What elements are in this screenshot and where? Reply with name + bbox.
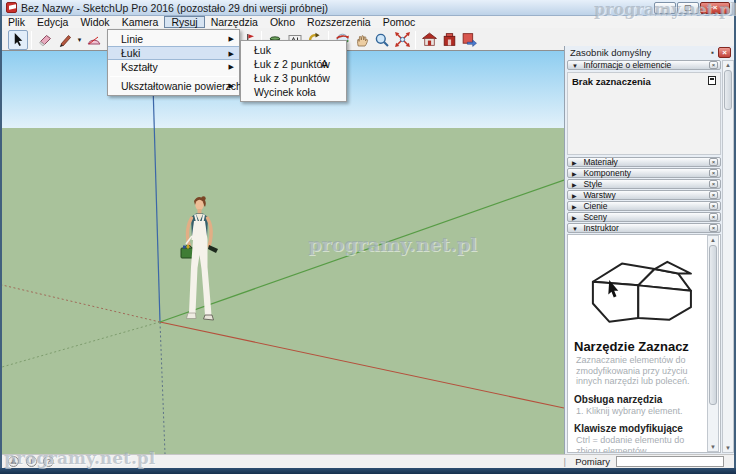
pan-tool-button[interactable] bbox=[352, 30, 372, 50]
status-bar: ♟ i ? | Pomiary bbox=[2, 454, 734, 468]
submenu-item-luk-2-punkty[interactable]: Łuk z 2 punktów A bbox=[241, 57, 346, 71]
section-close-icon[interactable]: × bbox=[709, 202, 718, 210]
scroll-down-icon[interactable]: ▼ bbox=[723, 444, 733, 452]
send-to-layout-icon bbox=[461, 31, 478, 48]
help-icon[interactable]: ? bbox=[43, 456, 54, 467]
menu-okno[interactable]: Okno bbox=[264, 16, 301, 28]
menu-item-uksztaltowanie[interactable]: Ukształtowanie powierzchni ▶ bbox=[108, 79, 239, 93]
menu-bar: Plik Edycja Widok Kamera Rysuj Narzędzia… bbox=[2, 16, 734, 28]
pencil-icon bbox=[57, 32, 73, 48]
section-label: Sceny bbox=[583, 212, 607, 222]
section-close-icon[interactable]: × bbox=[709, 213, 718, 221]
submenu-item-wycinek-kola[interactable]: Wycinek koła bbox=[241, 85, 346, 99]
select-tool-button[interactable] bbox=[8, 30, 28, 50]
section-sceny[interactable]: ▶ Sceny × bbox=[567, 212, 721, 222]
extension-warehouse-button[interactable] bbox=[439, 30, 459, 50]
zoom-extents-icon bbox=[394, 31, 411, 48]
window-border-left bbox=[0, 0, 2, 468]
section-instruktor[interactable]: ▼ Instruktor × bbox=[567, 223, 721, 233]
eraser-tool-button[interactable] bbox=[35, 30, 55, 50]
section-label: Warstwy bbox=[583, 190, 615, 200]
scroll-up-icon[interactable]: ▲ bbox=[723, 61, 733, 69]
submenu-arrow-icon: ▶ bbox=[229, 79, 234, 93]
menu-rysuj[interactable]: Rysuj bbox=[164, 16, 204, 28]
instructor-scrollbar[interactable]: ▲ ▼ bbox=[707, 235, 719, 452]
menu-item-label: Łuki bbox=[121, 47, 140, 59]
pin-icon[interactable]: ▪ bbox=[711, 48, 714, 57]
menu-item-label: Linie bbox=[121, 33, 143, 45]
collapsed-arrow-icon: ▶ bbox=[572, 203, 581, 212]
minimize-button[interactable]: – bbox=[654, 2, 676, 14]
arc-icon bbox=[86, 32, 102, 48]
warehouse-button[interactable] bbox=[419, 30, 439, 50]
section-close-icon[interactable]: × bbox=[709, 180, 718, 188]
arcs-submenu: Łuk Łuk z 2 punktów A Łuk z 3 punktów Wy… bbox=[240, 40, 347, 102]
collapsed-arrow-icon: ▶ bbox=[572, 159, 581, 168]
section-entity-info[interactable]: ▼ Informacje o elemencie × bbox=[567, 60, 721, 70]
section-komponenty[interactable]: ▶ Komponenty × bbox=[567, 168, 721, 178]
section-label: Informacje o elemencie bbox=[583, 60, 671, 70]
measurements-input[interactable] bbox=[616, 456, 724, 467]
line-tool-button[interactable] bbox=[55, 30, 75, 50]
menu-plik[interactable]: Plik bbox=[2, 16, 31, 28]
app-icon bbox=[6, 2, 17, 13]
scroll-up-icon[interactable]: ▲ bbox=[708, 236, 718, 244]
submenu-item-luk-3-punkty[interactable]: Łuk z 3 punktów bbox=[241, 71, 346, 85]
menu-item-ksztalty[interactable]: Kształty ▶ bbox=[108, 60, 239, 74]
section-style[interactable]: ▶ Style × bbox=[567, 179, 721, 189]
zoom-extents-button[interactable] bbox=[392, 30, 412, 50]
section-close-icon[interactable]: × bbox=[709, 169, 718, 177]
section-materialy[interactable]: ▶ Materiały × bbox=[567, 157, 721, 167]
menu-rozszerzenia[interactable]: Rozszerzenia bbox=[301, 16, 377, 28]
submenu-arrow-icon: ▶ bbox=[229, 32, 234, 46]
section-close-icon[interactable]: × bbox=[709, 224, 718, 232]
collapsed-arrow-icon: ▶ bbox=[572, 214, 581, 223]
magnifier-icon bbox=[374, 32, 390, 48]
window-border-bottom bbox=[0, 468, 736, 474]
section-close-icon[interactable]: × bbox=[709, 61, 718, 69]
menu-widok[interactable]: Widok bbox=[74, 16, 115, 28]
scroll-down-icon[interactable]: ▼ bbox=[708, 443, 718, 451]
close-button[interactable]: × bbox=[700, 2, 730, 14]
select-arrow-icon bbox=[11, 32, 26, 47]
menu-pomoc[interactable]: Pomoc bbox=[377, 16, 422, 28]
section-label: Komponenty bbox=[583, 168, 631, 178]
model-viewport[interactable]: programy.net.pl bbox=[2, 51, 564, 454]
geolocation-icon[interactable]: ♟ bbox=[8, 456, 19, 467]
menu-item-luki[interactable]: Łuki ▶ bbox=[108, 46, 239, 60]
status-separator: | bbox=[564, 456, 566, 467]
zoom-tool-button[interactable] bbox=[372, 30, 392, 50]
instructor-usage-step: 1. Kliknij wybrany element. bbox=[576, 406, 694, 417]
send-to-layout-button[interactable] bbox=[459, 30, 479, 50]
credits-icon[interactable]: i bbox=[26, 456, 37, 467]
maximize-button[interactable]: ▢ bbox=[677, 2, 699, 14]
person-figure[interactable] bbox=[178, 195, 220, 325]
tray-close-button[interactable]: × bbox=[718, 47, 731, 58]
menu-item-label: Kształty bbox=[121, 61, 158, 73]
collapsed-arrow-icon: ▶ bbox=[572, 181, 581, 190]
section-warstwy[interactable]: ▶ Warstwy × bbox=[567, 190, 721, 200]
section-close-icon[interactable]: × bbox=[709, 158, 718, 166]
tray-scrollbar[interactable]: ▲ ▼ bbox=[722, 60, 734, 453]
section-cienie[interactable]: ▶ Cienie × bbox=[567, 201, 721, 211]
instructor-panel: Narzędzie Zaznacz Zaznaczanie elementów … bbox=[567, 234, 721, 453]
menu-item-linie[interactable]: Linie ▶ bbox=[108, 32, 239, 46]
selection-status: Brak zaznaczenia bbox=[568, 73, 720, 87]
toolbar-separator bbox=[415, 31, 416, 49]
collapsed-arrow-icon: ▶ bbox=[572, 170, 581, 179]
menu-kamera[interactable]: Kamera bbox=[116, 16, 165, 28]
menu-edycja[interactable]: Edycja bbox=[31, 16, 75, 28]
drawing-axes bbox=[2, 51, 564, 454]
draw-menu: Linie ▶ Łuki ▶ Kształty ▶ Ukształtowanie… bbox=[107, 29, 240, 96]
house-illustration bbox=[582, 243, 700, 335]
submenu-item-luk[interactable]: Łuk bbox=[241, 43, 346, 57]
expanded-arrow-icon: ▼ bbox=[572, 225, 581, 234]
selection-details-icon[interactable] bbox=[708, 76, 716, 85]
menu-narzedzia[interactable]: Narzędzia bbox=[205, 16, 264, 28]
arc-tool-button[interactable] bbox=[84, 30, 104, 50]
section-close-icon[interactable]: × bbox=[709, 191, 718, 199]
window-title: Bez Nazwy - SketchUp Pro 2016 (pozostało… bbox=[21, 2, 328, 14]
line-tool-caret[interactable]: ▾ bbox=[75, 30, 84, 50]
tray-header: Zasobnik domyślny ▪ × bbox=[565, 46, 734, 59]
section-label: Materiały bbox=[583, 157, 617, 167]
